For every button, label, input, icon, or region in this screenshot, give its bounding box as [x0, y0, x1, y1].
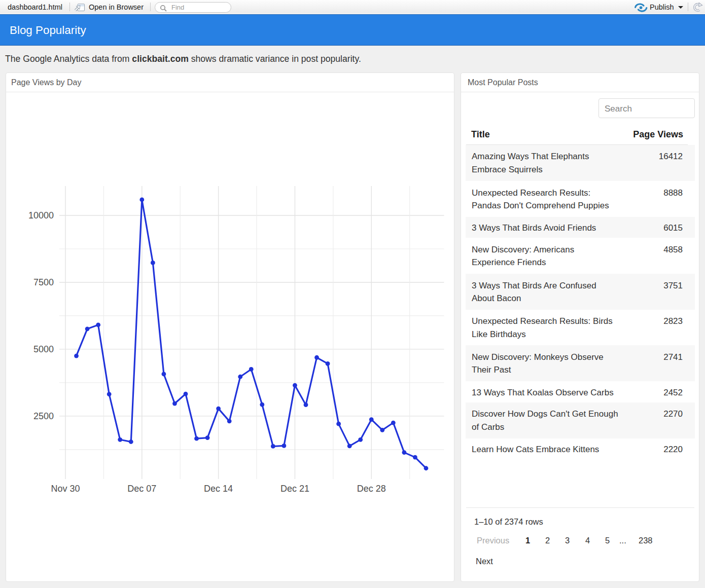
svg-text:Nov 30: Nov 30: [51, 484, 80, 494]
svg-text:Dec 07: Dec 07: [127, 484, 156, 494]
svg-text:7500: 7500: [33, 277, 54, 287]
svg-text:10000: 10000: [28, 210, 54, 220]
svg-text:Dec 14: Dec 14: [204, 484, 233, 494]
svg-text:2500: 2500: [33, 411, 54, 421]
svg-text:Dec 28: Dec 28: [357, 484, 386, 494]
svg-text:Dec 21: Dec 21: [280, 484, 309, 494]
svg-text:5000: 5000: [33, 344, 54, 354]
